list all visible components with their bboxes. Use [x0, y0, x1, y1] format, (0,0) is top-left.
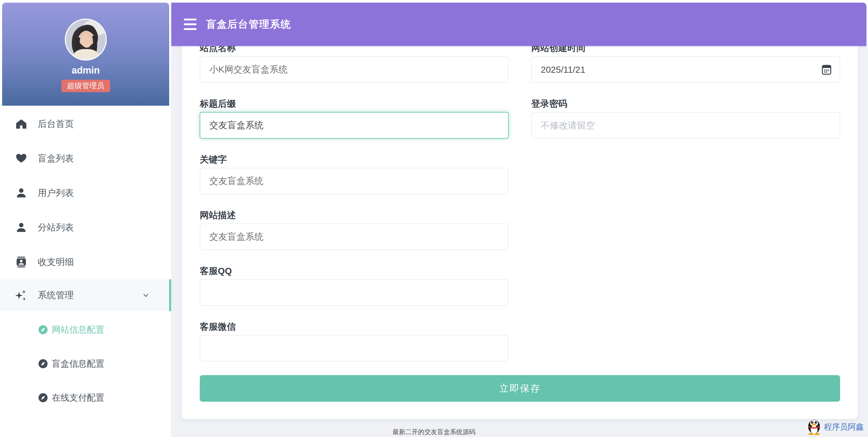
title-suffix-input[interactable]: [200, 112, 508, 138]
service-wechat-input[interactable]: [200, 335, 508, 362]
site-created-date-picker[interactable]: 2025/11/21: [531, 56, 840, 83]
footer-note: 最新二开的交友盲盒系统源码: [393, 428, 475, 436]
field-login-password: 登录密码: [531, 98, 840, 138]
sidebar-item-transactions[interactable]: 收支明细: [0, 245, 171, 279]
field-label: 网站描述: [200, 210, 508, 220]
sidebar-item-blindbox-list[interactable]: 盲盒列表: [0, 141, 171, 176]
field-site-created-date: 网站创建时间 2025/11/21: [531, 42, 840, 83]
submenu-item-site-info-config[interactable]: 网站信息配置: [0, 313, 171, 347]
sidebar-item-system-management[interactable]: 系统管理: [0, 279, 171, 311]
submenu-item-label: 网站信息配置: [52, 324, 104, 336]
qq-contact-widget[interactable]: 程序员阿鑫: [806, 419, 864, 435]
home-icon: [16, 118, 27, 130]
sidebar-item-label: 系统管理: [38, 289, 74, 301]
profile-card: admin 超级管理员: [2, 3, 169, 106]
field-title-suffix: 标题后缀: [200, 98, 508, 138]
compass-icon: [38, 325, 48, 335]
field-label: 客服QQ: [200, 266, 508, 276]
form-column-right: 网站创建时间 2025/11/21: [531, 46, 840, 154]
site-description-input[interactable]: [200, 223, 508, 250]
username: admin: [71, 65, 100, 76]
user-icon: [16, 222, 27, 233]
sidebar-menu: 后台首页 盲盒列表 用户列表 分站列表: [0, 106, 171, 415]
main-content: 站点名称 标题后缀 关键字 网站描述 客服QQ: [171, 46, 868, 437]
app-title: 盲盒后台管理系统: [206, 18, 291, 31]
site-name-input[interactable]: [200, 56, 508, 83]
sidebar-item-label: 用户列表: [38, 187, 74, 199]
role-badge: 超级管理员: [61, 80, 110, 92]
calendar-icon: [821, 64, 832, 75]
qq-penguin-icon: [806, 419, 822, 435]
field-label: 登录密码: [531, 98, 840, 109]
field-service-qq: 客服QQ: [200, 266, 508, 306]
menu-toggle-icon[interactable]: [184, 19, 196, 30]
chevron-down-icon: [142, 291, 150, 299]
sidebar-item-label: 后台首页: [38, 118, 74, 130]
compass-icon: [38, 359, 48, 369]
field-service-wechat: 客服微信: [200, 321, 508, 362]
sidebar-item-user-list[interactable]: 用户列表: [0, 176, 171, 210]
sidebar-item-label: 盲盒列表: [38, 152, 74, 165]
keywords-input[interactable]: [200, 168, 508, 194]
sidebar: admin 超级管理员 后台首页 盲盒列表 用户列表: [0, 0, 171, 437]
system-management-submenu: 网站信息配置 盲盒信息配置 在线支付配置: [0, 311, 171, 415]
field-label: 标题后缀: [200, 98, 508, 109]
service-qq-input[interactable]: [200, 279, 508, 306]
sidebar-item-label: 收支明细: [38, 256, 74, 268]
contact-card-icon: [16, 256, 27, 268]
qq-contact-label: 程序员阿鑫: [824, 422, 864, 433]
user-icon: [16, 187, 27, 199]
sidebar-item-dashboard[interactable]: 后台首页: [0, 107, 171, 141]
field-keywords: 关键字: [200, 154, 508, 194]
save-button[interactable]: 立即保存: [200, 375, 840, 402]
login-password-input[interactable]: [531, 112, 840, 138]
sidebar-item-substation-list[interactable]: 分站列表: [0, 210, 171, 245]
sparkles-icon: [16, 289, 27, 301]
sidebar-item-label: 分站列表: [38, 221, 74, 233]
field-label: 客服微信: [200, 321, 508, 332]
date-value: 2025/11/21: [541, 64, 585, 75]
submenu-item-label: 盲盒信息配置: [52, 358, 104, 370]
submenu-item-label: 在线支付配置: [52, 392, 104, 404]
avatar[interactable]: [65, 19, 107, 61]
submenu-item-online-payment-config[interactable]: 在线支付配置: [0, 381, 171, 415]
field-site-description: 网站描述: [200, 210, 508, 250]
field-site-name: 站点名称: [200, 42, 508, 83]
page: admin 超级管理员 后台首页 盲盒列表 用户列表: [0, 0, 868, 437]
submenu-item-blindbox-info-config[interactable]: 盲盒信息配置: [0, 347, 171, 381]
field-label: 关键字: [200, 154, 508, 165]
form-column-left: 站点名称 标题后缀 关键字 网站描述 客服QQ: [200, 46, 508, 377]
settings-form-card: 站点名称 标题后缀 关键字 网站描述 客服QQ: [182, 46, 858, 419]
heart-icon: [16, 153, 27, 164]
app-header: 盲盒后台管理系统: [171, 3, 866, 46]
compass-icon: [38, 393, 48, 403]
